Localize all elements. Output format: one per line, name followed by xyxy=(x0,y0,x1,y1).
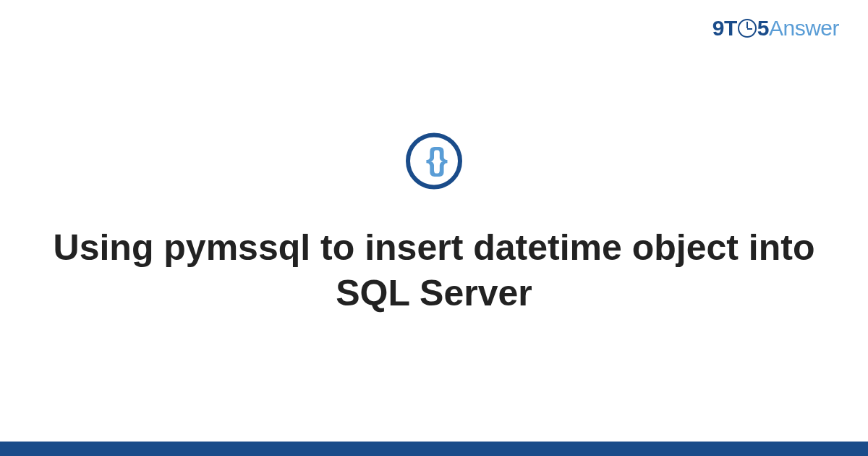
code-braces-icon: { } xyxy=(406,132,462,189)
page-title: Using pymssql to insert datetime object … xyxy=(0,225,868,316)
footer-bar xyxy=(0,442,868,456)
logo-9t: 9T xyxy=(712,16,737,40)
site-logo: 9T5Answer xyxy=(712,16,839,41)
braces-glyph: { } xyxy=(426,143,442,175)
main-content: { } Using pymssql to insert datetime obj… xyxy=(0,132,868,316)
clock-icon xyxy=(738,19,757,38)
logo-5: 5 xyxy=(757,16,769,40)
logo-answer: Answer xyxy=(769,16,839,40)
